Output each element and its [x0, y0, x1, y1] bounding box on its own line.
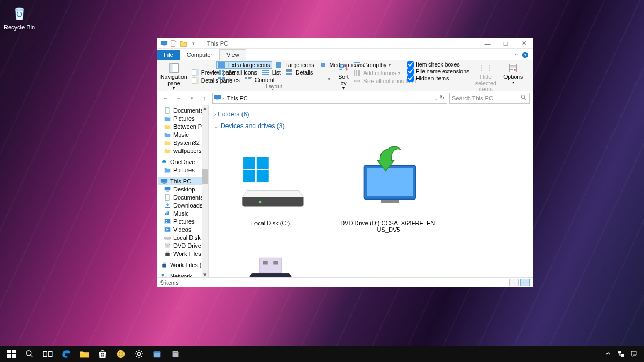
nav-downloads[interactable]: Downloads [158, 201, 208, 209]
layout-extra-large[interactable]: Extra large icons [216, 61, 272, 69]
forward-button[interactable]: → [173, 93, 184, 104]
refresh-icon[interactable]: ↻ [440, 94, 444, 101]
nav-desktop[interactable]: Desktop [158, 185, 208, 193]
sort-by-button[interactable]: Sort by▾ [336, 61, 350, 92]
maximize-button[interactable]: □ [496, 38, 515, 49]
start-button[interactable] [2, 346, 20, 362]
layout-list[interactable]: List [260, 69, 283, 76]
list-icon [262, 69, 270, 76]
tab-computer[interactable]: Computer [180, 49, 219, 60]
tray-chevron-up-icon[interactable] [603, 349, 613, 359]
tab-file[interactable]: File [157, 50, 180, 60]
nav-scrollbar[interactable] [202, 105, 208, 277]
nav-dvd-drive[interactable]: DVD Drive (D:) C [158, 241, 208, 249]
drive-label: DVD Drive (D:) CCSA_X64FRE_EN-US_DV5 [338, 220, 440, 233]
view-large-icons-button[interactable] [520, 279, 530, 286]
quick-customize-icon[interactable]: ▾ [189, 40, 197, 47]
network-icon [160, 272, 168, 278]
tray-action-center-icon[interactable] [629, 349, 639, 359]
taskbar-app-2[interactable] [166, 346, 185, 362]
nav-scroll-down[interactable]: ▾ [202, 271, 208, 277]
navigation-pane[interactable]: Documents Pictures Between PCs Music Sys… [157, 105, 209, 277]
nav-videos[interactable]: Videos [158, 225, 208, 233]
up-button[interactable]: ↑ [199, 93, 210, 104]
recycle-bin[interactable]: Recycle Bin [3, 3, 35, 31]
drive-local-disk-c[interactable]: Local Disk (C:) [219, 137, 321, 233]
svg-rect-64 [162, 274, 164, 276]
nav-this-pc[interactable]: This PC [158, 177, 208, 185]
content-pane[interactable]: › Folders (6) ⌄ Devices and drives (3) [209, 105, 533, 277]
file-explorer-button[interactable] [75, 346, 93, 362]
nav-scroll-thumb[interactable] [202, 169, 208, 184]
layout-details[interactable]: Details [284, 69, 315, 76]
edge-button[interactable] [57, 346, 75, 362]
item-check-boxes[interactable]: Item check boxes [406, 61, 470, 68]
folder-icon [164, 131, 171, 138]
address-bar[interactable]: › This PC ⌄ ↻ [212, 93, 447, 104]
nav-work-files[interactable]: Work Files (E:) [158, 249, 208, 257]
nav-network[interactable]: Network [158, 272, 208, 277]
file-name-extensions[interactable]: File name extensions [406, 68, 470, 75]
view-details-button[interactable] [509, 279, 519, 286]
taskbar-app-emoji[interactable] [112, 346, 130, 362]
close-button[interactable]: ✕ [515, 38, 533, 49]
task-view-button[interactable] [39, 346, 57, 362]
nav-documents2[interactable]: Documents [158, 193, 208, 201]
svg-rect-14 [321, 63, 325, 67]
tab-view[interactable]: View [219, 49, 246, 60]
minimize-button[interactable]: — [478, 38, 496, 49]
details-pane-icon [192, 77, 199, 84]
nav-pictures2[interactable]: Pictures [158, 217, 208, 225]
layout-more-icon[interactable]: ▾ [328, 76, 332, 84]
layout-content[interactable]: Content [243, 76, 277, 84]
nav-wallpapers[interactable]: wallpapers [158, 146, 208, 154]
nav-documents[interactable]: Documents [158, 106, 208, 114]
folder-icon [164, 123, 171, 130]
nav-music2[interactable]: Music [158, 209, 208, 217]
svg-rect-75 [367, 168, 413, 197]
svg-rect-19 [262, 70, 269, 71]
quick-properties-icon[interactable] [170, 40, 178, 47]
store-button[interactable] [93, 346, 112, 362]
recent-locations-button[interactable]: ▾ [186, 93, 197, 104]
drive-work-files-e[interactable]: Work Files (E:) [219, 249, 321, 277]
svg-rect-2 [163, 45, 165, 46]
nav-scroll-up[interactable]: ▴ [202, 105, 208, 112]
nav-music[interactable]: Music [158, 130, 208, 138]
help-icon[interactable]: ? [522, 51, 529, 60]
nav-onedrive-pictures[interactable]: Pictures [158, 166, 208, 174]
search-button[interactable] [20, 346, 39, 362]
nav-system32[interactable]: System32 [158, 138, 208, 146]
breadcrumb-thispc[interactable]: This PC [225, 95, 250, 101]
group-folders[interactable]: › Folders (6) [214, 108, 528, 120]
settings-button[interactable] [130, 346, 148, 362]
nav-pictures[interactable]: Pictures [158, 114, 208, 122]
layout-tiles[interactable]: Tiles [216, 76, 242, 84]
search-box[interactable]: Search This PC [449, 93, 530, 104]
layout-large[interactable]: Large icons [273, 61, 316, 69]
quick-new-folder-icon[interactable] [180, 40, 187, 47]
drive-dvd-d[interactable]: DVD Drive (D:) CCSA_X64FRE_EN-US_DV5 [338, 137, 440, 233]
layout-small[interactable]: Small icons [216, 69, 259, 76]
tray-network-icon[interactable] [616, 349, 626, 359]
videos-icon [164, 226, 171, 233]
address-dropdown-icon[interactable]: ⌄ [434, 95, 438, 101]
taskbar-app-1[interactable] [148, 346, 166, 362]
back-button[interactable]: ← [160, 93, 171, 104]
options-button[interactable]: Options▾ [501, 61, 525, 94]
nav-work-files-root[interactable]: Work Files (E:) [158, 261, 208, 269]
large-icon [275, 62, 283, 68]
svg-rect-50 [166, 191, 169, 192]
svg-rect-47 [161, 179, 167, 182]
extra-large-icon [218, 62, 226, 68]
hidden-items[interactable]: Hidden items [406, 75, 470, 82]
svg-point-93 [117, 350, 125, 358]
svg-rect-107 [173, 352, 177, 353]
ribbon-collapse-icon[interactable]: ⌃ [514, 53, 518, 58]
group-drives[interactable]: ⌄ Devices and drives (3) [214, 120, 528, 132]
nav-onedrive[interactable]: OneDrive [158, 158, 208, 166]
title-bar[interactable]: ▾ | This PC — □ ✕ [157, 38, 533, 49]
nav-local-disk[interactable]: Local Disk (C:) [158, 233, 208, 241]
nav-between-pcs[interactable]: Between PCs [158, 122, 208, 130]
navigation-pane-button[interactable]: Navigation pane▾ [159, 61, 188, 92]
